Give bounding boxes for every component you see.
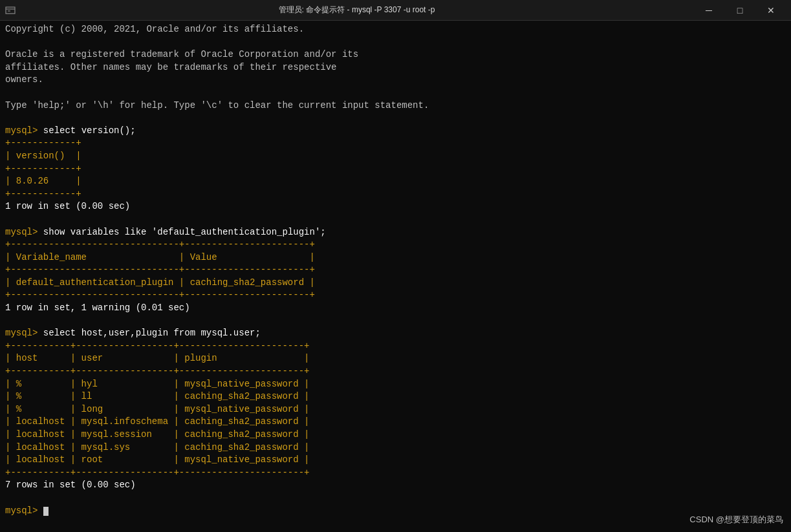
- watermark: CSDN @想要登顶的菜鸟: [689, 514, 783, 526]
- titlebar-icon: [5, 5, 16, 16]
- titlebar: 管理员: 命令提示符 - mysql -P 3307 -u root -p ─ …: [0, 0, 791, 21]
- svg-rect-0: [6, 7, 15, 14]
- titlebar-controls: ─ □ ✕: [694, 0, 786, 21]
- maximize-button[interactable]: □: [725, 0, 755, 21]
- terminal-output: Copyright (c) 2000, 2021, Oracle and/or …: [5, 23, 786, 517]
- titlebar-title: 管理员: 命令提示符 - mysql -P 3307 -u root -p: [19, 5, 694, 16]
- close-button[interactable]: ✕: [756, 0, 786, 21]
- minimize-button[interactable]: ─: [694, 0, 724, 21]
- terminal[interactable]: Copyright (c) 2000, 2021, Oracle and/or …: [0, 21, 791, 532]
